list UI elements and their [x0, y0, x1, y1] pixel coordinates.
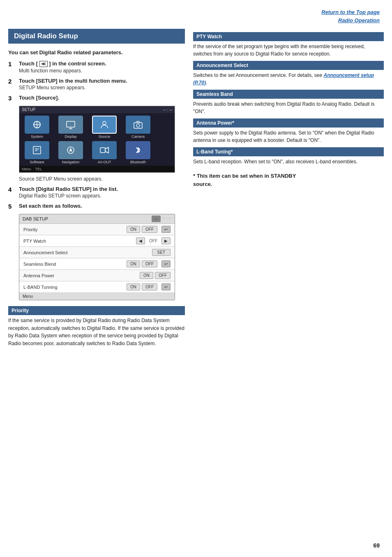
section-body-lband: Sets L-band reception. When set to "ON",… — [193, 158, 384, 165]
svg-point-6 — [103, 121, 106, 125]
right-column: PTY Watch If the service of the set prog… — [193, 29, 384, 347]
avout-icon — [92, 141, 117, 159]
step-3-title: Touch [Source]. — [19, 95, 185, 101]
dab-label-priority: Priority — [23, 227, 127, 232]
navigation-label: Navigation — [62, 160, 80, 164]
dab-row-pty: PTY Watch ◀ OFF ▶ — [19, 235, 175, 247]
system-label: System — [31, 135, 43, 139]
intro-text: You can set Digital Radio related parame… — [8, 49, 185, 56]
seamless-back-btn[interactable]: ↩ — [161, 260, 171, 267]
dab-controls-announcement: SET — [152, 249, 171, 256]
dab-footer-menu: Menu — [23, 294, 33, 299]
section-header-antenna: Antenna Power* — [193, 118, 384, 128]
dab-label-announcement: Announcement Select — [23, 250, 152, 255]
svg-rect-7 — [134, 123, 142, 128]
step-3: 3 Touch [Source]. — [8, 95, 185, 102]
setup-screen-label: SETUP — [22, 107, 35, 112]
page-container: Digital Radio Setup You can set Digital … — [0, 0, 392, 353]
step-4-title: Touch [Digital Radio SETUP] in the list. — [19, 186, 185, 192]
step-4-content: Touch [Digital Radio SETUP] in the list.… — [19, 186, 185, 199]
dab-controls-priority: ON OFF ↩ — [127, 226, 171, 233]
announcement-body-suffix: . — [206, 80, 207, 86]
source-icon — [92, 116, 117, 134]
priority-off-btn[interactable]: OFF — [142, 226, 157, 233]
priority-body: If the same service is provided by Digit… — [8, 317, 185, 347]
step-5: 5 Set each item as follows. — [8, 203, 185, 210]
setup-icon-system[interactable]: System — [21, 116, 53, 139]
step-2-content: Touch [SETUP] in the multi function menu… — [19, 78, 185, 91]
priority-section: Priority If the same service is provided… — [8, 306, 185, 347]
step-1-desc: Multi function menu appears. — [19, 68, 185, 74]
step-4-desc: Digital Radio SETUP screen appears. — [19, 193, 185, 199]
source-caption: Source SETUP Menu screen appears. — [19, 176, 185, 182]
setup-screen-status: -- : -- — [163, 107, 172, 112]
dab-screen-label: DAB SETUP — [23, 216, 48, 221]
camera-label: Camera — [131, 135, 145, 139]
return-to-top-link[interactable]: Return to the Top page — [321, 8, 380, 16]
pty-next-btn[interactable]: ▶ — [161, 237, 171, 244]
dab-back-btn[interactable]: ← — [152, 216, 161, 222]
section-header-lband: L-Band Tuning* — [193, 147, 384, 156]
setup-screen-footer: Menu TEL — [19, 166, 175, 172]
dab-header-controls: ← -- : -- — [152, 216, 171, 222]
priority-on-btn[interactable]: ON — [127, 226, 140, 233]
announcement-body-prefix: Switches to the set Announcement service… — [193, 72, 324, 78]
step-4-num: 4 — [8, 186, 16, 193]
step-4: 4 Touch [Digital Radio SETUP] in the lis… — [8, 186, 185, 199]
dab-screen-header: DAB SETUP ← -- : -- — [19, 214, 175, 224]
setup-icon-avout[interactable]: AV-OUT — [88, 141, 120, 164]
radio-operation-link[interactable]: Radio Operation — [321, 16, 380, 25]
section-body-announcement: Switches to the set Announcement service… — [193, 72, 384, 86]
dab-row-priority: Priority ON OFF ↩ — [19, 224, 175, 235]
setup-footer-menu: Menu — [22, 167, 31, 171]
section-header-seamless: Seamless Band — [193, 90, 384, 99]
section-body-antenna: Sets power supply to the Digital Radio a… — [193, 129, 384, 144]
setup-icon-software[interactable]: Software — [21, 141, 53, 164]
setup-screen-row2: Software Navigation AV-OUT — [19, 141, 175, 166]
top-link-container: Return to the Top page Radio Operation — [321, 8, 380, 24]
source-label: Source — [99, 135, 111, 139]
display-icon — [58, 116, 83, 134]
priority-back-btn[interactable]: ↩ — [161, 226, 171, 233]
setup-icon-source[interactable]: Source — [88, 116, 120, 139]
dab-screen: DAB SETUP ← -- : -- Priority ON OFF ↩ PT… — [19, 214, 175, 300]
step-3-content: Touch [Source]. — [19, 95, 185, 101]
pty-prev-btn[interactable]: ◀ — [136, 237, 145, 244]
seamless-on-btn[interactable]: ON — [127, 260, 140, 267]
announcement-set-btn[interactable]: SET — [152, 249, 171, 256]
dab-controls-seamless: ON OFF ↩ — [127, 260, 171, 267]
dab-label-lband: L-BAND Tunning — [23, 285, 127, 290]
bluetooth-label: Bluetooth — [130, 160, 146, 164]
setup-screen-body: System Display Source — [19, 113, 175, 141]
seamless-off-btn[interactable]: OFF — [142, 260, 157, 267]
pty-value: OFF — [149, 239, 157, 243]
svg-rect-9 — [33, 146, 41, 154]
setup-icon-camera[interactable]: Camera — [122, 116, 154, 139]
left-column: Digital Radio Setup You can set Digital … — [8, 29, 185, 347]
lband-back-btn[interactable]: ↩ — [161, 283, 171, 290]
dab-row-announcement: Announcement Select SET — [19, 247, 175, 258]
bluetooth-icon — [126, 141, 150, 159]
step-5-num: 5 — [8, 203, 16, 210]
svg-point-8 — [136, 124, 140, 127]
dab-row-lband: L-BAND Tunning ON OFF ↩ — [19, 281, 175, 293]
dab-status: -- : -- — [162, 216, 171, 222]
page-number: 69 — [373, 542, 380, 549]
antenna-on-btn[interactable]: ON — [140, 272, 153, 279]
dab-controls-lband: ON OFF ↩ — [127, 283, 171, 290]
step-2-desc: SETUP Menu screen appears. — [19, 85, 185, 91]
dab-footer: Menu — [19, 293, 175, 300]
lband-on-btn[interactable]: ON — [127, 283, 140, 290]
setup-icon-navigation[interactable]: Navigation — [55, 141, 87, 164]
step-2: 2 Touch [SETUP] in the multi function me… — [8, 78, 185, 91]
step-3-num: 3 — [8, 95, 16, 102]
antenna-off-btn[interactable]: OFF — [155, 272, 171, 279]
setup-icon-bluetooth[interactable]: Bluetooth — [122, 141, 154, 164]
dab-label-antenna: Antenna Power — [23, 273, 140, 278]
step-1: 1 Touch [ ≪ ] in the control screen. Mul… — [8, 60, 185, 74]
setup-icon-display[interactable]: Display — [55, 116, 87, 139]
lband-off-btn[interactable]: OFF — [142, 283, 157, 290]
setup-screen: SETUP -- : -- System Display — [19, 106, 175, 173]
step-2-title: Touch [SETUP] in the multi function menu… — [19, 78, 185, 84]
dab-controls-pty: ◀ OFF ▶ — [136, 237, 171, 244]
